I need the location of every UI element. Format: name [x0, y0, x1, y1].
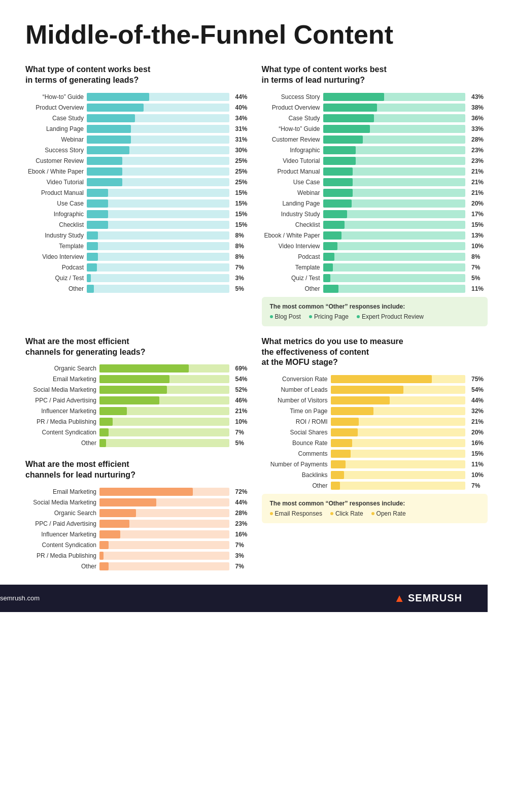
bar-row: Use Case15% — [25, 199, 252, 208]
bar-row: Landing Page31% — [25, 125, 252, 133]
bar-pct: 15% — [471, 450, 488, 457]
bar-track — [323, 146, 466, 154]
bar-pct: 11% — [471, 285, 488, 292]
bar-track — [87, 263, 229, 272]
bar-fill — [99, 488, 193, 496]
bar-track — [323, 157, 466, 165]
bar-track — [323, 167, 466, 176]
bar-track — [99, 386, 229, 394]
bar-label: Conversion Rate — [262, 376, 328, 383]
bar-label: Use Case — [25, 200, 84, 207]
main-title: Middle-of-the-Funnel Content — [25, 20, 488, 49]
bar-row: “How-to” Guide44% — [25, 93, 252, 101]
bar-row: Template7% — [262, 263, 488, 272]
bar-track — [323, 178, 466, 186]
bar-pct: 28% — [471, 136, 488, 143]
bar-track — [323, 210, 466, 218]
bar-label: Success Story — [262, 93, 320, 100]
bar-pct: 16% — [471, 439, 488, 447]
bar-row: Conversion Rate75% — [262, 375, 488, 383]
bar-fill — [87, 104, 144, 112]
bar-track — [323, 274, 466, 282]
bar-pct: 75% — [471, 376, 488, 383]
bar-track — [323, 93, 466, 101]
bar-label: “How-to” Guide — [262, 125, 320, 132]
bar-label: Case Study — [262, 115, 320, 122]
bar-fill — [87, 263, 97, 272]
bar-label: Customer Review — [262, 136, 320, 143]
bar-track — [99, 428, 229, 436]
section5-chart: Conversion Rate75%Number of Leads54%Numb… — [262, 375, 488, 490]
bar-track — [99, 530, 229, 538]
bar-fill — [87, 178, 122, 186]
bar-label: Product Overview — [25, 104, 84, 111]
bar-fill — [323, 93, 385, 101]
bar-pct: 15% — [235, 189, 252, 196]
bar-fill — [87, 189, 108, 197]
section4-chart: Email Marketing72%Social Media Marketing… — [25, 488, 252, 570]
bar-fill — [87, 93, 149, 101]
section-generating-leads: What type of content works best in terms… — [25, 64, 252, 336]
bar-track — [99, 509, 229, 517]
bar-pct: 15% — [235, 200, 252, 207]
bar-fill — [87, 253, 98, 261]
bar-fill — [323, 157, 356, 165]
bar-row: Other5% — [25, 439, 252, 447]
bar-track — [87, 104, 229, 112]
bar-row: Quiz / Test3% — [25, 274, 252, 282]
bar-pct: 10% — [235, 418, 252, 425]
bar-label: Customer Review — [25, 157, 84, 164]
bar-fill — [87, 136, 131, 144]
bar-fill — [323, 263, 333, 272]
bar-row: Email Marketing72% — [25, 488, 252, 496]
page: Middle-of-the-Funnel Content What type o… — [0, 0, 513, 574]
bar-label: Template — [262, 264, 320, 271]
bar-label: Quiz / Test — [25, 275, 84, 282]
bar-row: Quiz / Test5% — [262, 274, 488, 282]
bar-fill — [323, 178, 353, 186]
bar-row: Template8% — [25, 242, 252, 250]
bar-fill — [87, 221, 108, 229]
bar-row: Checklist15% — [262, 221, 488, 229]
bar-row: Organic Search69% — [25, 364, 252, 373]
note-bullet: Blog Post — [270, 313, 301, 320]
bar-track — [99, 375, 229, 383]
bar-pct: 33% — [471, 125, 488, 132]
bar-pct: 30% — [235, 147, 252, 154]
bar-label: Social Media Marketing — [25, 499, 96, 506]
bar-fill — [87, 231, 98, 240]
bar-fill — [323, 274, 330, 282]
bar-fill — [331, 439, 352, 447]
bar-track — [323, 189, 466, 197]
bar-row: PR / Media Publishing3% — [25, 552, 252, 560]
note-bullet: Click Rate — [330, 510, 363, 517]
bar-label: Product Overview — [262, 104, 320, 111]
bar-track — [87, 178, 229, 186]
bar-row: Organic Search28% — [25, 509, 252, 517]
bar-fill — [331, 407, 374, 415]
bar-pct: 7% — [235, 563, 252, 570]
bar-label: Other — [25, 563, 96, 570]
bar-fill — [99, 418, 113, 426]
bar-pct: 8% — [235, 232, 252, 239]
bar-row: Content Syndication7% — [25, 428, 252, 436]
bar-row: Video Interview10% — [262, 242, 488, 250]
bar-track — [323, 125, 466, 133]
bar-track — [87, 199, 229, 208]
bar-fill — [87, 210, 108, 218]
bar-row: Landing Page20% — [262, 199, 488, 208]
bar-fill — [323, 285, 339, 293]
bar-fill — [323, 125, 370, 133]
bar-label: Podcast — [25, 264, 84, 271]
bar-row: Video Tutorial23% — [262, 157, 488, 165]
bar-row: Social Shares20% — [262, 428, 488, 436]
bar-track — [323, 199, 466, 208]
bullet-dot — [270, 315, 273, 318]
note-bullet: Email Responses — [270, 510, 322, 517]
bar-track — [87, 114, 229, 122]
bar-label: Other — [262, 285, 320, 292]
section2-title: What type of content works best in terms… — [262, 64, 488, 86]
bar-track — [99, 396, 229, 404]
bar-label: Backlinks — [262, 471, 328, 479]
bar-pct: 28% — [235, 510, 252, 517]
